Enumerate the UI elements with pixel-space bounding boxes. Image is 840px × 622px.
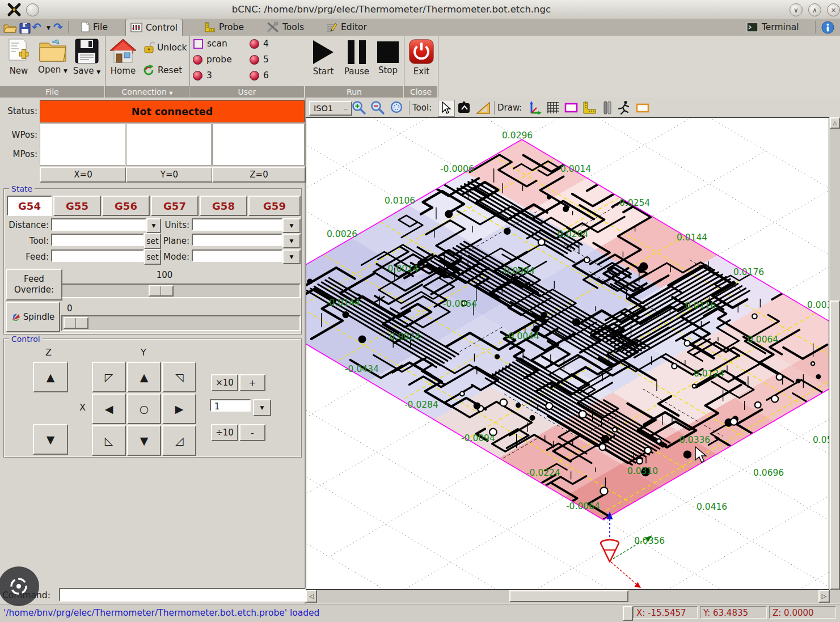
zero-x-button[interactable]: X=0: [40, 167, 126, 183]
zoom-in-icon[interactable]: [351, 100, 367, 115]
tool-set-button[interactable]: set: [144, 233, 161, 249]
user-button-3[interactable]: 3: [193, 70, 212, 81]
window-close-button[interactable]: ×: [827, 3, 840, 16]
hscroll-right-arrow[interactable]: ▷: [818, 590, 830, 603]
step-mul10-button[interactable]: ×10: [211, 374, 238, 391]
terminal-button[interactable]: Terminal: [742, 19, 804, 35]
statusbar-message: '/home/bnv/prg/elec/Thermometer/Thermome…: [3, 608, 319, 618]
step-plus-button[interactable]: +: [239, 374, 265, 391]
command-entry[interactable]: [59, 588, 306, 602]
mode-dropdown-button[interactable]: ▼: [282, 249, 301, 264]
jog-y-down-button[interactable]: ▼: [127, 425, 161, 456]
screen-record-overlay[interactable]: [0, 566, 39, 606]
save-file-icon[interactable]: [19, 23, 31, 34]
step-value-entry[interactable]: 1: [210, 399, 251, 412]
jog-x-left-button[interactable]: ◀: [92, 393, 126, 424]
jog-x-right-button[interactable]: ▶: [162, 393, 196, 424]
window-minimize-button[interactable]: ∨: [790, 3, 803, 16]
stop-button[interactable]: Stop: [374, 40, 402, 75]
vscroll-up-arrow[interactable]: △: [830, 117, 840, 129]
feed-override-slider-handle[interactable]: [149, 285, 174, 297]
tab-probe[interactable]: Probe: [200, 19, 248, 35]
draw-axes-button[interactable]: [527, 100, 543, 116]
wcs-g58-button[interactable]: G58: [200, 196, 247, 216]
draw-workarea-button[interactable]: [600, 100, 615, 116]
units-combobox[interactable]: [192, 218, 282, 231]
jog-xy-upleft-button[interactable]: ◸: [92, 362, 126, 392]
zoom-fit-icon[interactable]: [389, 100, 405, 115]
open-button[interactable]: Open ▼: [36, 39, 69, 75]
draw-paths-button[interactable]: [635, 100, 651, 116]
mode-combobox[interactable]: [192, 249, 282, 262]
save-button[interactable]: Save ▼: [71, 39, 102, 76]
gcode-canvas[interactable]: 0.0296-0.00060.00140.01060.02540.00260.0…: [306, 117, 829, 590]
vscroll-thumb[interactable]: [830, 301, 840, 590]
wcs-g56-button[interactable]: G56: [102, 196, 150, 216]
jog-z-down-button[interactable]: ▼: [33, 424, 68, 455]
select-tool-button[interactable]: [438, 100, 455, 117]
feed-override-button[interactable]: Feed Override:: [6, 269, 62, 301]
hscroll-left-arrow[interactable]: ◁: [306, 590, 317, 603]
user-button-5[interactable]: 5: [250, 54, 269, 65]
info-icon[interactable]: [821, 21, 834, 34]
jog-xy-downright-button[interactable]: ◿: [162, 425, 196, 456]
wcs-g57-button[interactable]: G57: [151, 196, 199, 216]
spindle-slider-handle[interactable]: [64, 317, 88, 329]
exit-button[interactable]: Exit: [407, 39, 436, 77]
step-minus-button[interactable]: -: [239, 424, 265, 441]
zero-z-button[interactable]: Z=0: [212, 167, 306, 183]
units-dropdown-button[interactable]: ▼: [282, 218, 301, 233]
reset-button[interactable]: Reset: [142, 64, 182, 77]
open-file-icon[interactable]: [3, 22, 17, 33]
spindle-button[interactable]: Spindle: [6, 302, 60, 332]
draw-probe-button[interactable]: [581, 100, 597, 116]
pan-tool-button[interactable]: [457, 100, 472, 116]
step-dropdown-button[interactable]: ▼: [253, 399, 271, 416]
redo-icon[interactable]: ↷: [53, 20, 63, 34]
jog-z-up-button[interactable]: ▲: [33, 362, 68, 392]
step-div10-button[interactable]: ÷10: [211, 424, 238, 441]
tab-control[interactable]: Control: [125, 19, 183, 36]
tab-file[interactable]: File: [77, 19, 112, 35]
window-maximize-button[interactable]: ∧: [808, 3, 821, 16]
undo-icon[interactable]: ↶: [32, 20, 41, 34]
plane-dropdown-button[interactable]: ▼: [282, 234, 301, 248]
user-button-4[interactable]: 4: [250, 39, 269, 49]
zoom-out-icon[interactable]: [370, 100, 386, 115]
canvas-vscrollbar[interactable]: △: [830, 117, 840, 603]
feed-set-button[interactable]: set: [144, 249, 161, 265]
jog-xy-downleft-button[interactable]: ◺: [92, 425, 126, 456]
start-button[interactable]: Start: [309, 40, 337, 77]
wcs-g59-button[interactable]: G59: [248, 196, 301, 216]
home-button[interactable]: Home: [108, 39, 138, 76]
new-button[interactable]: New: [5, 39, 33, 76]
wcs-g54-button[interactable]: G54: [7, 196, 52, 216]
spindle-slider[interactable]: [61, 315, 301, 331]
undo-dropdown-icon[interactable]: ▼: [47, 25, 50, 31]
user-button-probe[interactable]: probe: [193, 54, 232, 65]
pause-button[interactable]: Pause: [341, 40, 372, 77]
tool-entry[interactable]: [51, 234, 144, 246]
unlock-button[interactable]: Unlock: [143, 41, 187, 54]
jog-origin-button[interactable]: ○: [127, 393, 161, 424]
user-button-scan[interactable]: scan: [193, 39, 227, 49]
view-select-button[interactable]: ISO1–: [309, 101, 352, 116]
jog-xy-upright-button[interactable]: ◹: [162, 362, 196, 392]
feed-entry[interactable]: [51, 249, 144, 262]
draw-grid-button[interactable]: [545, 100, 561, 116]
distance-dropdown-button[interactable]: ▼: [146, 218, 161, 233]
canvas-hscrollbar[interactable]: ◁ ▷: [306, 590, 830, 603]
wcs-g55-button[interactable]: G55: [53, 196, 101, 216]
draw-margins-button[interactable]: [563, 100, 579, 116]
feed-override-slider[interactable]: [61, 284, 301, 298]
hscroll-thumb[interactable]: [509, 590, 628, 602]
distance-combobox[interactable]: [51, 218, 146, 231]
tab-editor[interactable]: Editor: [321, 19, 372, 35]
measure-tool-button[interactable]: [475, 100, 491, 116]
jog-y-up-button[interactable]: ▲: [127, 362, 161, 392]
draw-rapid-button[interactable]: [617, 100, 632, 116]
user-button-6[interactable]: 6: [250, 70, 269, 81]
tab-tools[interactable]: Tools: [262, 19, 309, 35]
zero-y-button[interactable]: Y=0: [126, 167, 213, 183]
plane-combobox[interactable]: [192, 234, 282, 246]
